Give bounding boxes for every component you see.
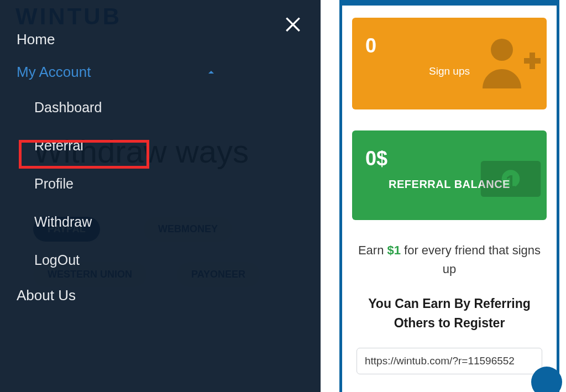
nav-about-us[interactable]: About Us <box>0 279 232 312</box>
chevron-up-icon <box>205 66 218 79</box>
nav-logout[interactable]: LogOut <box>34 241 232 279</box>
earn-suffix: for every friend that signs up <box>401 243 541 276</box>
nav-referral[interactable]: Referral <box>34 127 232 165</box>
referral-url-input[interactable] <box>357 348 542 374</box>
svg-text:1: 1 <box>506 172 516 192</box>
nav-home[interactable]: Home <box>0 23 232 56</box>
nav-submenu: Dashboard Referral Profile Withdraw LogO… <box>0 88 232 279</box>
referral-panel: 0 Sign ups 0$ REFERRAL BALANCE 1 <box>339 0 559 392</box>
user-plus-icon <box>477 30 543 97</box>
balance-card: 0$ REFERRAL BALANCE 1 <box>352 130 547 220</box>
earn-prefix: Earn <box>358 243 387 257</box>
signups-card: 0 Sign ups <box>352 18 547 109</box>
nav-profile[interactable]: Profile <box>34 165 232 203</box>
nav-menu: Home My Account Dashboard Referral Profi… <box>0 0 232 312</box>
floating-action-button[interactable] <box>531 367 562 392</box>
referral-subheading: You Can Earn By Referring Others to Regi… <box>360 294 539 332</box>
nav-my-account-label: My Account <box>17 64 91 80</box>
svg-point-0 <box>491 39 513 61</box>
nav-dashboard[interactable]: Dashboard <box>34 88 232 127</box>
nav-withdraw[interactable]: Withdraw <box>34 203 232 241</box>
menu-overlay: Home My Account Dashboard Referral Profi… <box>0 0 321 392</box>
close-icon[interactable] <box>282 12 304 34</box>
money-icon: 1 <box>475 143 547 215</box>
nav-my-account[interactable]: My Account <box>0 56 232 88</box>
earn-amount: $1 <box>387 243 400 257</box>
earn-text: Earn $1 for every friend that signs up <box>358 241 541 279</box>
panel-topbar <box>342 0 557 6</box>
